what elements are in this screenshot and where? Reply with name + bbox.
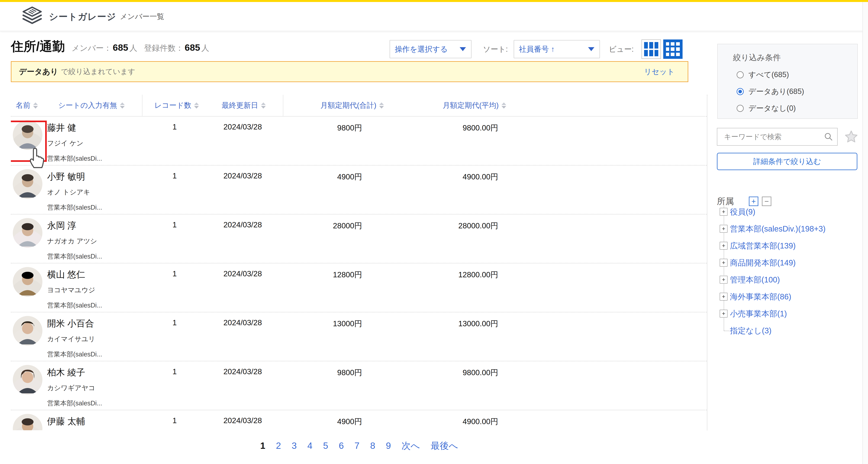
avatar[interactable] xyxy=(13,169,42,199)
page-number[interactable]: 8 xyxy=(370,440,375,451)
page-number[interactable]: 2 xyxy=(276,440,281,451)
monthly-total-cell: 28000円 xyxy=(299,221,362,231)
member-name[interactable]: 藤井 健 xyxy=(47,122,76,134)
radio-icon[interactable] xyxy=(737,71,744,78)
tree-expand-icon[interactable]: + xyxy=(720,208,727,216)
tree-expand-icon[interactable]: + xyxy=(720,293,727,300)
avatar[interactable] xyxy=(13,267,42,297)
sort-arrows-icon[interactable] xyxy=(501,103,506,109)
sort-arrows-icon[interactable] xyxy=(120,103,125,109)
radio-selected-icon[interactable] xyxy=(737,88,744,95)
tree-item: + 管理本部(100) xyxy=(716,271,862,288)
avatar[interactable] xyxy=(13,218,42,248)
filter-option-all[interactable]: すべて(685) xyxy=(737,70,857,80)
monthly-total-cell: 12800円 xyxy=(299,269,362,280)
monthly-average-cell: 4900.00円 xyxy=(435,172,498,182)
member-department: 営業本部(salesDi... xyxy=(47,203,102,212)
chevron-down-icon xyxy=(588,47,594,51)
filter-notice-bar: データあり で絞り込まれています リセット xyxy=(11,61,688,82)
tree-item: + 海外事業本部(86) xyxy=(716,288,862,305)
filter-notice-suffix: で絞り込まれています xyxy=(61,67,135,77)
tree-item-link[interactable]: 海外事業本部(86) xyxy=(730,288,791,305)
tree-expand-icon[interactable]: + xyxy=(720,259,727,267)
avatar[interactable] xyxy=(13,414,42,430)
member-department: 営業本部(salesDi... xyxy=(47,301,102,310)
page-number[interactable]: 9 xyxy=(386,440,391,451)
tree-item-link[interactable]: 指定なし(3) xyxy=(730,322,772,339)
header-last-updated[interactable]: 最終更新日 xyxy=(214,95,273,116)
header-monthly-total[interactable]: 月額定期代(合計) xyxy=(313,95,392,116)
search-icon[interactable] xyxy=(824,132,833,142)
member-name[interactable]: 横山 悠仁 xyxy=(47,269,85,281)
filter-option-with-data[interactable]: データあり(685) xyxy=(737,86,857,96)
monthly-total-cell: 4900円 xyxy=(299,416,362,427)
tree-item-link[interactable]: 小売事業本部(1) xyxy=(730,305,787,322)
table-row: 伊藤 太輔 イトウ ダイスケ 営業本部(salesDi... 1 2024/03… xyxy=(11,410,707,430)
tree-item: + 小売事業本部(1) xyxy=(716,305,862,322)
scrollbar[interactable] xyxy=(863,2,868,464)
member-kana: フジイ ケン xyxy=(47,139,83,148)
avatar[interactable] xyxy=(13,316,42,346)
last-updated-cell: 2024/03/28 xyxy=(209,367,276,376)
filter-conditions-title: 絞り込み条件 xyxy=(733,52,857,63)
tree-expand-icon[interactable]: + xyxy=(720,276,727,284)
action-select-dropdown[interactable]: 操作を選択する xyxy=(390,40,471,58)
page-number[interactable]: 7 xyxy=(354,440,360,451)
app-logo-title[interactable]: シートガレージ xyxy=(49,2,116,31)
member-name[interactable]: 伊藤 太輔 xyxy=(47,415,85,427)
page-number[interactable]: 3 xyxy=(291,440,297,451)
favorite-star-icon[interactable] xyxy=(844,129,859,144)
header-record-count[interactable]: レコード数 xyxy=(152,95,201,116)
sort-arrows-icon[interactable] xyxy=(261,103,266,109)
tree-item: + 役員(9) xyxy=(716,203,862,220)
monthly-total-cell: 9800円 xyxy=(299,122,362,133)
tree-item-link[interactable]: 広域営業本部(139) xyxy=(730,237,796,254)
member-department: 営業本部(salesDi... xyxy=(47,252,102,261)
tree-expand-icon[interactable]: + xyxy=(720,242,727,250)
sort-arrows-icon[interactable] xyxy=(379,103,384,109)
tree-expand-icon[interactable]: + xyxy=(720,310,727,318)
table-row: 藤井 健 フジイ ケン 営業本部(salesDi... 1 2024/03/28… xyxy=(11,116,707,165)
keyword-search-input[interactable] xyxy=(717,128,838,146)
reset-filter-link[interactable]: リセット xyxy=(644,67,675,77)
page-number[interactable]: 6 xyxy=(339,440,344,451)
record-count-label: 登録件数： xyxy=(144,42,183,54)
tree-elbow-connector xyxy=(724,330,729,331)
record-count-cell: 1 xyxy=(149,269,200,278)
tree-item-link[interactable]: 役員(9) xyxy=(730,203,755,220)
tree-item-link[interactable]: 商品開発本部(149) xyxy=(730,254,796,271)
tree-expand-icon[interactable]: + xyxy=(720,225,727,233)
monthly-total-cell: 13000円 xyxy=(299,318,362,329)
tree-item-link[interactable]: 管理本部(100) xyxy=(730,271,780,288)
sort-select-dropdown[interactable]: 社員番号 ↑ xyxy=(514,40,600,58)
last-page-link[interactable]: 最後へ xyxy=(431,440,458,452)
next-page-link[interactable]: 次へ xyxy=(402,440,420,452)
title-row: 住所/通勤 メンバー： 685 人 登録件数： 685 人 xyxy=(11,38,209,58)
detail-filter-button[interactable]: 詳細条件で絞り込む xyxy=(717,153,857,170)
member-name[interactable]: 開米 小百合 xyxy=(47,318,94,329)
sort-arrows-icon[interactable] xyxy=(194,103,199,109)
page-title: 住所/通勤 xyxy=(11,38,65,55)
record-count-cell: 1 xyxy=(149,367,200,376)
avatar[interactable] xyxy=(13,120,42,150)
header-monthly-average[interactable]: 月額定期代(平均) xyxy=(435,95,514,116)
member-name[interactable]: 永岡 淳 xyxy=(47,220,76,232)
member-name[interactable]: 小野 敏明 xyxy=(47,171,85,182)
list-view-icon[interactable] xyxy=(663,39,683,59)
header-name[interactable]: 名前 xyxy=(16,95,38,116)
chevron-down-icon xyxy=(460,47,466,51)
avatar[interactable] xyxy=(13,365,42,395)
tree-item: + 商品開発本部(149) xyxy=(716,254,862,271)
sort-arrows-icon[interactable] xyxy=(33,103,38,109)
grid-view-icon[interactable] xyxy=(642,39,661,59)
tree-item-link[interactable]: 営業本部(salesDiv.)(198+3) xyxy=(730,220,826,237)
page-number[interactable]: 4 xyxy=(307,440,312,451)
header-sheet-input[interactable]: シートの入力有無 xyxy=(58,95,125,116)
record-count-cell: 1 xyxy=(149,172,200,180)
sort-select-value: 社員番号 ↑ xyxy=(519,44,555,54)
radio-icon[interactable] xyxy=(737,105,744,112)
filter-option-label: すべて(685) xyxy=(748,70,789,80)
filter-option-without-data[interactable]: データなし(0) xyxy=(737,103,857,113)
page-number[interactable]: 5 xyxy=(323,440,328,451)
member-name[interactable]: 柏木 綾子 xyxy=(47,367,85,378)
